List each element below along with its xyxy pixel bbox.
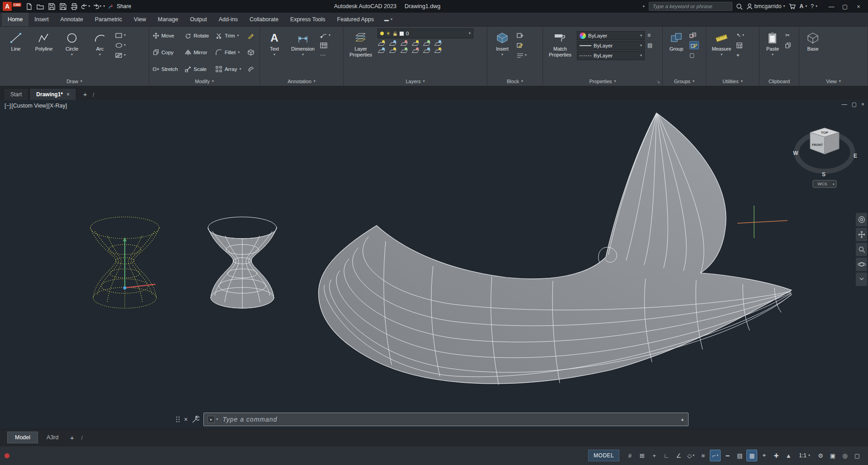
properties-list-button[interactable]: ≡ [647,31,652,39]
command-prompt-icon[interactable]: ▸▾ [208,416,218,423]
properties-table-button[interactable]: ▤ [647,41,652,49]
trim-button[interactable]: Trim▾ [216,30,243,41]
layer-walk-button[interactable] [411,47,419,53]
pan-icon[interactable] [856,228,867,241]
text-button[interactable]: A Text ▾ [263,28,286,56]
id-point-button[interactable]: ⌖ [736,51,744,59]
cart-icon[interactable] [789,3,796,9]
share-button[interactable]: Share [108,3,131,9]
search-expand-icon[interactable]: ▸ [643,5,645,8]
tab-view[interactable]: View [128,13,152,26]
open-file-button[interactable] [35,1,45,11]
table-button[interactable] [320,41,330,49]
block-editor-button[interactable] [517,41,527,49]
drawing-canvas[interactable]: [−] [Custom View] [X-Ray] — ▢ × W E S TO… [0,100,868,429]
viewcube-south[interactable]: S [822,171,826,178]
status-transparency[interactable]: ▤ [734,450,745,461]
command-history-icon[interactable]: ▲ [680,417,684,422]
copy-button[interactable]: Copy [152,47,180,58]
hourglass-pointcloud-model[interactable] [90,217,159,308]
status-grid-display[interactable]: # [624,450,635,461]
status-selection-cycling[interactable]: ▦ [746,450,757,461]
leader-button[interactable]: ▾ [320,31,330,39]
offset-button[interactable] [248,65,256,73]
circle-button[interactable]: Circle ▾ [59,28,85,56]
status-ortho-mode[interactable]: ∟ [661,450,672,461]
tab-insert[interactable]: Insert [28,13,54,26]
hourglass-surface-model[interactable] [208,217,277,308]
quick-select-button[interactable]: ↖▾ [736,31,744,39]
annotation-scale-control[interactable]: 1:1▾ [795,450,814,461]
object-color-dropdown[interactable]: ByLayer ▾ [577,31,645,40]
file-tab-drawing1[interactable]: Drawing1* × [29,88,76,100]
layer-vpfreeze-button[interactable] [423,47,430,53]
drawing-restore-icon[interactable]: ▢ [852,101,857,108]
mirror-button[interactable]: Mirror [184,47,211,58]
viewport-menu-control[interactable]: [−] [5,103,11,109]
search-icon[interactable] [736,3,743,10]
status-annotation-scale-sync[interactable]: ▲ [783,450,794,461]
paste-button[interactable]: Paste ▾ [763,28,783,56]
layer-properties-button[interactable]: Layer Properties [347,28,375,57]
hatch-tool-button[interactable]: ▾ [115,51,126,59]
search-input[interactable] [652,3,729,9]
properties-launcher-icon[interactable]: ↘ [656,80,660,84]
action-recorder-icon[interactable] [5,453,9,458]
panel-label-block[interactable]: Block▾ [487,76,542,86]
tab-annotate[interactable]: Annotate [55,13,89,26]
panel-label-layers[interactable]: Layers▾ [344,76,487,86]
layout-tab-model[interactable]: Model [7,432,38,443]
status-object-snap-tracking[interactable]: ≡ [698,450,708,461]
panel-label-draw[interactable]: Draw▾ [0,76,149,86]
tab-home[interactable]: Home [2,13,28,26]
ungroup-button[interactable] [689,31,699,39]
group-selection-toggle[interactable]: ▢ [689,51,699,59]
viewport-view-control[interactable]: [Custom View] [11,103,47,109]
autodesk-apps-menu[interactable]: A▾ [800,3,807,9]
group-button[interactable]: Group [666,28,687,52]
viewcube-cube[interactable]: TOP FRONT [810,128,839,154]
stretch-button[interactable]: Stretch [152,64,180,75]
fillet-button[interactable]: Fillet▾ [216,47,243,58]
annotation-monitor-icon[interactable]: ▣ [827,450,838,461]
rectangle-tool-button[interactable]: ▾ [115,31,126,39]
group-edit-button[interactable] [689,41,699,49]
account-menu[interactable]: bmcgarrido ▾ [746,3,785,9]
restore-button[interactable]: ▢ [838,1,852,12]
ellipse-tool-button[interactable]: ▾ [115,41,126,49]
navbar-more-icon[interactable] [856,272,867,286]
insert-button[interactable]: Insert ▾ [491,28,514,56]
viewcube[interactable]: W E S TOP FRONT WCS ▾ [789,120,866,195]
drawing-minimize-icon[interactable]: — [842,101,847,108]
file-tab-start[interactable]: Start [4,88,28,100]
autocad-logo[interactable]: A CAD [3,2,21,11]
line-button[interactable]: Line [3,28,28,52]
viewcube-top-face[interactable]: TOP [821,131,829,135]
status-3d-object-snap[interactable]: ⌖ [759,450,769,461]
close-button[interactable]: × [852,1,865,12]
file-tab-overflow-icon[interactable]: / [93,91,94,98]
layout-tab-a3rd[interactable]: A3rd [39,432,66,443]
navigation-wheel-icon[interactable] [856,213,867,226]
command-input[interactable] [222,415,677,423]
command-close-icon[interactable]: × [184,416,188,423]
tab-add-ins[interactable]: Add-ins [213,13,244,26]
orbit-icon[interactable] [856,258,867,271]
loft-surface-model[interactable] [319,113,792,385]
close-drawing-tab-icon[interactable]: × [66,91,70,98]
annotation-more-button[interactable]: ⋯ [320,51,330,59]
tab-collaborate[interactable]: Collaborate [244,13,284,26]
panel-label-groups[interactable]: Groups▾ [663,76,706,86]
wcs-dropdown[interactable]: WCS ▾ [813,180,836,188]
panel-label-modify[interactable]: Modify▾ [149,76,259,86]
status-isodraft[interactable]: ◇▾ [685,450,696,461]
layer-current-button[interactable] [434,40,441,46]
ribbon-display-toggle[interactable]: ▬ ▾ [384,13,392,26]
quick-calculator-button[interactable] [736,41,744,49]
tab-manage[interactable]: Manage [152,13,184,26]
layout-overflow-icon[interactable]: / [81,434,83,441]
lineweight-dropdown[interactable]: ByLayer ▾ [577,41,645,50]
draworder-button[interactable] [248,32,256,40]
tab-output[interactable]: Output [184,13,213,26]
panel-label-utilities[interactable]: Utilities▾ [706,76,759,86]
